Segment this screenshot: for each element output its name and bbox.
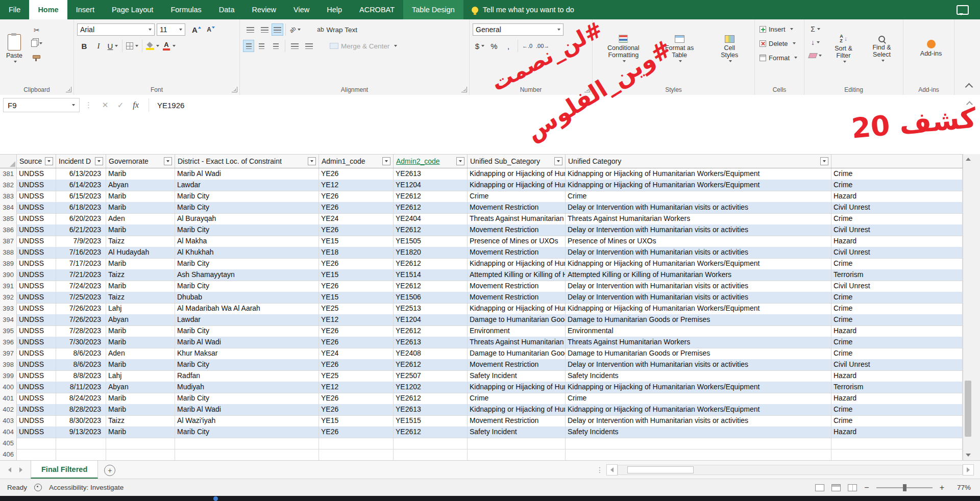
grid-cell[interactable]: Crime (566, 191, 831, 203)
grid-cell[interactable]: Taizz (106, 415, 175, 427)
grid-cell[interactable]: YE12 (319, 382, 394, 393)
horizontal-scrollbar-thumb[interactable] (627, 466, 694, 473)
row-header-392[interactable]: 392 (0, 292, 17, 304)
column-header-admin2-code[interactable]: Admin2_code (394, 155, 468, 168)
grid-cell[interactable]: UNDSS (17, 213, 56, 225)
grid-cell[interactable]: YE26 (319, 427, 394, 438)
grid-cell[interactable]: YE1204 (394, 314, 468, 326)
tab-acrobat[interactable]: ACROBAT (351, 0, 403, 19)
grid-cell[interactable]: YE1515 (394, 415, 468, 427)
grid-cell[interactable]: Damage to Humanitarian Goods or Premises (566, 348, 831, 360)
page-layout-view-button[interactable] (831, 484, 841, 491)
grid-cell[interactable]: Marib (106, 202, 175, 214)
grid-cell[interactable]: YE26 (319, 393, 394, 405)
grid-cell[interactable]: Abyan (106, 314, 175, 326)
column-header-blank[interactable] (831, 155, 963, 168)
grid-cell[interactable]: Lawdar (175, 314, 319, 326)
grid-cell[interactable] (394, 449, 468, 461)
grid-cell[interactable] (56, 449, 106, 461)
collapse-ribbon-icon[interactable] (965, 83, 973, 91)
filter-button[interactable] (164, 157, 172, 165)
row-header-383[interactable]: 383 (0, 191, 17, 203)
grid-cell[interactable]: Attempted Killing or Killing of Humanita… (468, 269, 566, 281)
cell-styles-button[interactable]: CellStyles (708, 22, 751, 75)
grid-cell[interactable]: Marib (106, 337, 175, 348)
grid-cell[interactable]: YE2612 (394, 427, 468, 438)
next-sheet-button[interactable] (19, 467, 22, 472)
tab-formulas[interactable]: Formulas (162, 0, 210, 19)
grid-cell[interactable]: Marib (106, 325, 175, 337)
dialog-launcher-icon[interactable] (232, 87, 237, 92)
column-header-admin1-code[interactable]: Admin1_code (319, 155, 394, 168)
grid-cell[interactable]: YE12 (319, 314, 394, 326)
grid-cell[interactable]: Crime (566, 393, 831, 405)
grid-cell[interactable]: YE1202 (394, 382, 468, 393)
grid-cell[interactable]: 8/28/2023 (56, 404, 106, 416)
row-header-404[interactable]: 404 (0, 427, 17, 438)
grid-cell[interactable]: Taizz (106, 269, 175, 281)
row-header-384[interactable]: 384 (0, 202, 17, 214)
grid-cell[interactable] (468, 449, 566, 461)
grid-cell[interactable]: YE2613 (394, 337, 468, 348)
grid-cell[interactable]: Al Burayqah (175, 213, 319, 225)
dialog-launcher-icon[interactable] (66, 87, 71, 92)
grid-cell[interactable] (566, 438, 831, 449)
grid-cell[interactable]: 7/26/2023 (56, 303, 106, 315)
filter-button[interactable] (456, 157, 464, 165)
grid-cell[interactable]: Crime (831, 168, 963, 180)
grid-cell[interactable]: Crime (468, 191, 566, 203)
grid-cell[interactable]: YE2612 (394, 258, 468, 270)
grid-cell[interactable]: Environment (468, 325, 566, 337)
grid-cell[interactable]: Mudiyah (175, 382, 319, 393)
grid-cell[interactable]: 6/13/2023 (56, 168, 106, 180)
zoom-slider-thumb[interactable] (903, 484, 906, 491)
grid-cell[interactable]: Civil Unrest (831, 359, 963, 371)
grid-cell[interactable]: Delay or Intervention with Humanitarian … (566, 247, 831, 259)
grid-cell[interactable]: Threats Against Humanitarian Workers (468, 337, 566, 348)
grid-cell[interactable]: 6/14/2023 (56, 180, 106, 191)
grid-cell[interactable]: Threats Against Humanitarian Workers (566, 337, 831, 348)
grid-cell[interactable]: YE26 (319, 281, 394, 292)
grid-cell[interactable]: UNDSS (17, 427, 56, 438)
grid-cell[interactable]: YE15 (319, 292, 394, 304)
filter-button[interactable] (382, 157, 390, 165)
grid-cell[interactable]: UNDSS (17, 314, 56, 326)
grid-cell[interactable]: YE2513 (394, 303, 468, 315)
normal-view-button[interactable] (815, 484, 824, 491)
grid-cell[interactable]: YE26 (319, 191, 394, 203)
grid-cell[interactable] (106, 438, 175, 449)
grid-cell[interactable]: Abyan (106, 382, 175, 393)
row-header-382[interactable]: 382 (0, 180, 17, 191)
grid-cell[interactable]: Terrorism (831, 382, 963, 393)
dialog-launcher-icon[interactable] (461, 87, 467, 92)
grid-cell[interactable]: 7/17/2023 (56, 258, 106, 270)
grid-cell[interactable]: Kidnapping or Hijacking of Humanitarian … (566, 404, 831, 416)
zoom-in-button[interactable]: + (940, 483, 944, 492)
grid-cell[interactable]: 7/25/2023 (56, 292, 106, 304)
grid-cell[interactable]: YE26 (319, 168, 394, 180)
insert-function-button[interactable]: fx (128, 101, 143, 110)
top-align-button[interactable] (243, 23, 257, 36)
grid-cell[interactable]: 7/24/2023 (56, 281, 106, 292)
column-header-governorate[interactable]: Governorate (106, 155, 175, 168)
find-select-button[interactable]: Find &Select (864, 22, 900, 75)
grid-cell[interactable]: YE1506 (394, 292, 468, 304)
grid-cell[interactable]: Kidnapping or Hijacking of Humanitarian … (468, 303, 566, 315)
enter-button[interactable]: ✓ (113, 101, 128, 110)
grid-cell[interactable]: Abyan (106, 180, 175, 191)
font-size-select[interactable]: 11 (157, 23, 185, 36)
grid-cell[interactable]: Al Madaribah Wa Al Aarah (175, 303, 319, 315)
grid-cell[interactable]: YE26 (319, 258, 394, 270)
font-color-button[interactable]: A (161, 40, 177, 52)
filter-button[interactable] (820, 157, 828, 165)
paste-button[interactable]: Paste (3, 22, 26, 75)
grid-cell[interactable]: Crime (831, 404, 963, 416)
grid-cell[interactable]: Hazard (831, 393, 963, 405)
grid-cell[interactable]: YE12 (319, 180, 394, 191)
grid-cell[interactable]: YE26 (319, 202, 394, 214)
grid-cell[interactable]: Khur Maksar (175, 348, 319, 360)
clear-button[interactable] (807, 49, 823, 62)
grid-cell[interactable]: Lahj (106, 370, 175, 382)
font-name-select[interactable]: Arial (77, 23, 155, 36)
tab-home[interactable]: Home (29, 0, 67, 19)
